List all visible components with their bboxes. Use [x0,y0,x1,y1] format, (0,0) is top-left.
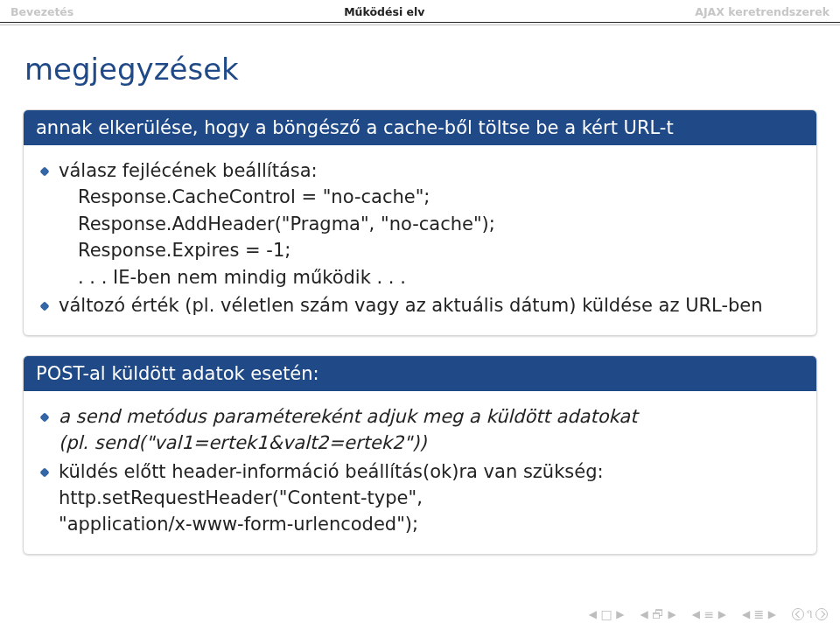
nav-slide-prev[interactable]: ◀ □ ▶ [589,608,625,620]
code-line: Response.AddHeader("Pragma", "no-cache")… [59,211,801,237]
block-post-heading: POST-al küldött adatok esetén: [24,356,816,391]
nav-frame-prev[interactable]: ◀ 🗗 ▶ [640,608,676,620]
code-line: Response.Expires = -1; [59,237,801,263]
text: a send metódus paramétereként adjuk meg … [59,406,637,427]
nav-item-frameworks[interactable]: AJAX keretrendszerek [695,5,830,18]
nav-item-operation[interactable]: Működési elv [344,5,424,18]
list-item: válasz fejlécének beállítása: Response.C… [39,158,801,290]
nav-subsection-prev[interactable]: ◀ ≡ ▶ [692,608,726,620]
nav-item-intro[interactable]: Bevezetés [10,5,74,18]
section-nav: Bevezetés Működési elv AJAX keretrendsze… [0,0,840,22]
list-item: a send metódus paramétereként adjuk meg … [39,403,801,457]
text: (pl. send("val1=ertek1&valt2=ertek2")) [59,432,426,453]
text: küldés előtt header-információ beállítás… [59,461,604,482]
nav-forward[interactable] [816,608,828,620]
beamer-nav: ◀ □ ▶ ◀ 🗗 ▶ ◀ ≡ ▶ ◀ ≣ ▶ ૧ [589,606,828,621]
slide-title: megjegyzések [0,25,840,109]
note-line: . . . IE-ben nem mindig működik . . . [59,264,801,290]
code-line: "application/x-www-form-urlencoded"); [59,514,418,535]
list-item: küldés előtt header-információ beállítás… [39,458,801,538]
nav-search-icon[interactable]: ૧ [807,606,813,621]
nav-section-prev[interactable]: ◀ ≣ ▶ [742,608,776,620]
divider [0,22,840,23]
text: válasz fejlécének beállítása: [59,160,318,181]
block-cache: annak elkerülése, hogy a böngésző a cach… [23,109,817,336]
block-post: POST-al küldött adatok esetén: a send me… [23,355,817,555]
nav-back[interactable] [792,608,804,620]
list-item: változó érték (pl. véletlen szám vagy az… [39,292,801,318]
text: változó érték (pl. véletlen szám vagy az… [59,295,763,316]
code-line: Response.CacheControl = "no-cache"; [59,184,801,210]
code-line: http.setRequestHeader("Content-type", [59,487,423,508]
block-cache-heading: annak elkerülése, hogy a böngésző a cach… [24,110,816,145]
